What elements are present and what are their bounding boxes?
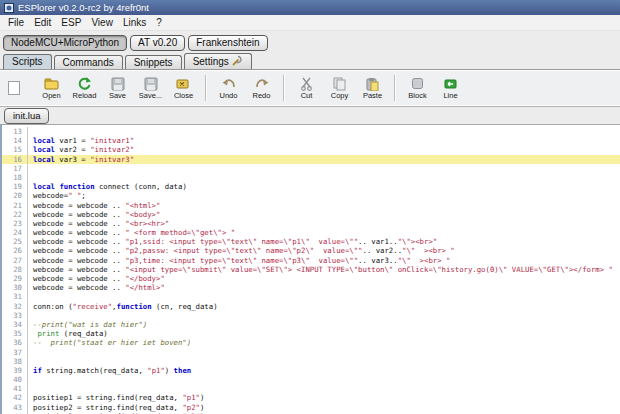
- code-line: 21webcode = webcode .. "<html>": [2, 201, 620, 210]
- code-token: print: [37, 329, 59, 338]
- title-bar: ESPlorer v0.2.0-rc2 by 4refr0nt: [0, 0, 620, 15]
- line-number: 42: [2, 393, 28, 402]
- code-line: 36-- print("staat er hier iet boven"): [2, 338, 620, 347]
- menu-item-view[interactable]: View: [86, 17, 118, 28]
- menu-item-links[interactable]: Links: [118, 17, 151, 28]
- toolbar-button-label: Close: [174, 92, 193, 100]
- code-token: local: [33, 136, 55, 145]
- toolbar-button-label: Copy: [331, 92, 349, 100]
- undo-button[interactable]: Undo: [212, 76, 245, 100]
- toolbar-button-label: Undo: [220, 92, 238, 100]
- line-number: 43: [2, 403, 28, 412]
- code-editor[interactable]: 1314local var1 = "initvar1"15local var2 …: [0, 125, 620, 414]
- window-title: ESPlorer v0.2.0-rc2 by 4refr0nt: [18, 2, 149, 13]
- block-button[interactable]: Block: [401, 76, 434, 100]
- code-token: string.match(req_data,: [42, 366, 147, 375]
- code-line: 32conn:on ("receive",function (cn, req_d…: [2, 302, 620, 311]
- code-token: (req_data): [59, 329, 107, 338]
- code-line: 20webcode=" ";: [2, 191, 620, 200]
- file-tab-bar: init.lua: [0, 107, 620, 125]
- save-icon: [111, 76, 125, 91]
- close-button[interactable]: Close: [167, 76, 200, 100]
- line-comment-icon: [443, 76, 458, 91]
- line-number: 15: [2, 145, 28, 154]
- code-token: ): [200, 393, 204, 402]
- line-button[interactable]: Line: [434, 76, 467, 100]
- line-number: 17: [2, 164, 28, 173]
- save-as-button[interactable]: Save...: [134, 76, 167, 100]
- main-tab-nodemcu-micropython[interactable]: NodeMCU+MicroPython: [3, 35, 127, 51]
- code-token: --print("wat is dat hier"): [33, 320, 147, 329]
- code-line: 33: [2, 311, 620, 320]
- code-token: "\"><br>": [398, 237, 438, 246]
- copy-button[interactable]: Copy: [323, 76, 356, 100]
- toolbar-button-label: Open: [42, 92, 60, 100]
- code-line: 39if string.match(req_data, "p1") then: [2, 366, 620, 375]
- tab-label: Snippets: [134, 57, 173, 68]
- save-button[interactable]: Save: [101, 76, 134, 100]
- line-number: 23: [2, 219, 28, 228]
- main-tab-frankenshtein[interactable]: Frankenshtein: [188, 35, 267, 51]
- menu-item-edit[interactable]: Edit: [29, 17, 56, 28]
- code-token: ): [165, 366, 174, 375]
- code-token: -- print("staat er hier iet boven"): [33, 338, 191, 347]
- toolbar-button-label: Reload: [73, 92, 97, 100]
- cut-button[interactable]: Cut: [290, 76, 323, 100]
- paste-button[interactable]: Paste: [356, 76, 389, 100]
- code-line: 31: [2, 292, 620, 301]
- cut-icon: [300, 76, 313, 91]
- code-line: 34--print("wat is dat hier"): [2, 320, 620, 329]
- code-line: 24webcode = webcode .. " <form method=\"…: [2, 228, 620, 237]
- code-line: 22webcode = webcode .. "<body>": [2, 210, 620, 219]
- code-token: local: [33, 155, 55, 164]
- line-number: 34: [2, 320, 28, 329]
- toolbar-button-label: Line: [443, 92, 457, 100]
- code-line: 17: [2, 164, 620, 173]
- code-token: (cn, req_data): [152, 302, 218, 311]
- line-number: 16: [2, 155, 28, 164]
- tab-settings[interactable]: Settings: [184, 53, 252, 69]
- redo-button[interactable]: Redo: [245, 76, 278, 100]
- code-line: 37: [2, 348, 620, 357]
- line-number: 20: [2, 191, 28, 200]
- code-token: "p1,ssid: <input type=\"text\" name=\"p1…: [125, 237, 358, 246]
- code-token: webcode = webcode ..: [33, 283, 125, 292]
- code-token: "</body>": [125, 274, 165, 283]
- app-icon: [4, 3, 14, 13]
- code-token: webcode = webcode ..: [33, 265, 125, 274]
- code-line: 42positiep1 = string.find(req_data, "p1"…: [2, 393, 620, 402]
- tab-commands[interactable]: Commands: [54, 55, 123, 69]
- menu-item-file[interactable]: File: [3, 17, 29, 28]
- line-number: 38: [2, 357, 28, 366]
- file-tab-init-lua[interactable]: init.lua: [4, 108, 49, 124]
- code-token: webcode = webcode ..: [33, 274, 125, 283]
- new-file-button[interactable]: [5, 81, 23, 96]
- code-token: .. var3..: [358, 256, 398, 265]
- line-number: 33: [2, 311, 28, 320]
- line-number: 32: [2, 302, 28, 311]
- code-token: var1 =: [55, 136, 90, 145]
- line-number: 14: [2, 136, 28, 145]
- copy-icon: [333, 76, 346, 91]
- code-token: webcode = webcode ..: [33, 201, 125, 210]
- line-number: 41: [2, 384, 28, 393]
- code-token: " ": [68, 191, 81, 200]
- tab-scripts[interactable]: Scripts: [3, 54, 52, 69]
- code-line: 30webcode = webcode .. "</html>": [2, 283, 620, 292]
- menu-item-[interactable]: ?: [151, 17, 167, 28]
- tab-snippets[interactable]: Snippets: [125, 55, 182, 69]
- code-token: function: [117, 302, 152, 311]
- code-token: connect (conn, data): [95, 182, 187, 191]
- main-tab-bar: NodeMCU+MicroPythonAT v0.20Frankenshtein: [0, 31, 620, 53]
- open-button[interactable]: Open: [35, 76, 68, 100]
- line-number: 40: [2, 375, 28, 384]
- reload-button[interactable]: Reload: [68, 76, 101, 100]
- code-token: "<html>": [125, 201, 160, 210]
- editor-tab-bar: ScriptsCommandsSnippetsSettings: [0, 53, 620, 69]
- toolbar-button-label: Paste: [363, 92, 382, 100]
- esplorer-window: ESPlorer v0.2.0-rc2 by 4refr0nt FileEdit…: [0, 0, 620, 414]
- menu-item-esp[interactable]: ESP: [56, 17, 86, 28]
- main-tab-at-v0-20[interactable]: AT v0.20: [130, 35, 185, 51]
- line-number: 24: [2, 228, 28, 237]
- code-token: "p2,passw: <input type=\"text\" name=\"p…: [125, 246, 362, 255]
